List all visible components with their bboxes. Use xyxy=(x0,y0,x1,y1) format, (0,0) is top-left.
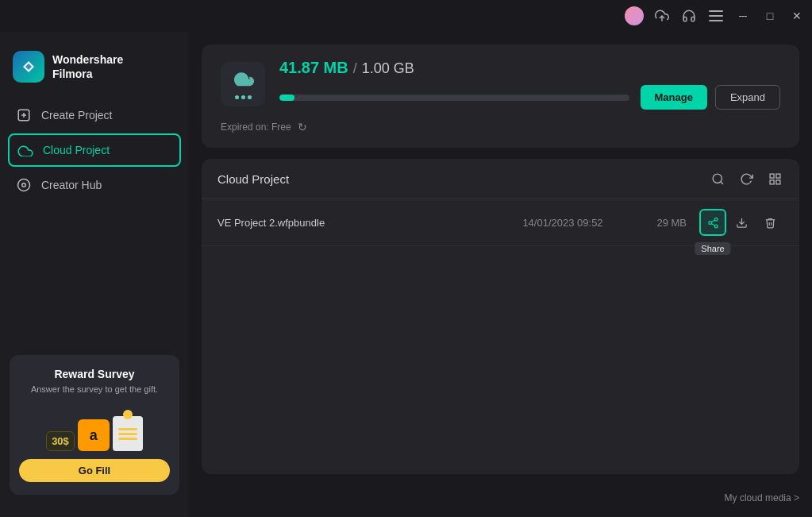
create-project-label: Create Project xyxy=(41,109,112,122)
headphone-icon[interactable] xyxy=(680,7,698,25)
cloud-project-icon xyxy=(17,142,33,158)
user-avatar[interactable] xyxy=(625,6,644,25)
cloud-storage-icon xyxy=(221,62,265,106)
svg-rect-3 xyxy=(709,20,723,21)
grid-view-icon[interactable] xyxy=(766,170,783,187)
cloud-project-label: Cloud Project xyxy=(43,144,110,156)
project-date: 14/01/2023 09:52 xyxy=(499,217,626,229)
storage-used: 41.87 MB xyxy=(279,59,348,77)
title-bar: ─ □ ✕ xyxy=(0,0,812,32)
download-button[interactable] xyxy=(728,209,755,236)
svg-line-18 xyxy=(711,223,714,225)
refresh-icon[interactable]: ↻ xyxy=(298,121,307,133)
sidebar-bottom: Reward Survey Answer the survey to get t… xyxy=(0,345,189,504)
brand-logo xyxy=(13,51,44,83)
main-content: 41.87 MB / 1.00 GB Manage Expand xyxy=(189,32,812,517)
cloud-icon xyxy=(231,70,255,92)
upload-icon[interactable] xyxy=(653,7,671,25)
reward-description: Answer the survey to get the gift. xyxy=(19,384,170,395)
content-footer: My cloud media > xyxy=(202,485,799,504)
svg-point-17 xyxy=(714,225,718,228)
delete-button[interactable] xyxy=(756,209,783,236)
projects-section: Cloud Project VE Project 2.wfpbundle xyxy=(202,159,799,474)
projects-header: Cloud Project xyxy=(202,159,799,199)
storage-footer: Expired on: Free ↻ xyxy=(221,121,780,133)
storage-info: 41.87 MB / 1.00 GB Manage Expand xyxy=(279,59,780,110)
reward-title: Reward Survey xyxy=(19,368,170,380)
reward-card: Reward Survey Answer the survey to get t… xyxy=(10,355,179,495)
project-size: 29 MB xyxy=(639,217,687,229)
brand: WondershareFilmora xyxy=(0,44,189,98)
checklist-icon xyxy=(113,416,143,451)
reward-illustration: 30$ a xyxy=(19,403,170,451)
svg-point-9 xyxy=(713,174,722,183)
projects-list: VE Project 2.wfpbundle 14/01/2023 09:52 … xyxy=(202,199,799,474)
app-body: WondershareFilmora Create Project Cloud … xyxy=(0,32,812,517)
maximize-button[interactable]: □ xyxy=(761,7,779,25)
storage-bar-row: Manage Expand xyxy=(279,85,780,110)
cloud-icon-decoration xyxy=(235,95,252,99)
close-button[interactable]: ✕ xyxy=(788,7,806,25)
reward-amount: 30$ xyxy=(46,431,75,451)
projects-title: Cloud Project xyxy=(217,172,289,186)
storage-total: 1.00 GB xyxy=(362,60,414,77)
expand-button[interactable]: Expand xyxy=(715,85,780,110)
creator-hub-icon xyxy=(16,177,32,193)
share-button[interactable] xyxy=(699,209,726,236)
creator-hub-label: Creator Hub xyxy=(41,179,102,191)
amazon-icon: a xyxy=(78,419,110,451)
sidebar-item-create-project[interactable]: Create Project xyxy=(0,98,189,132)
svg-rect-2 xyxy=(709,15,723,17)
svg-line-10 xyxy=(720,181,722,183)
share-tooltip: Share xyxy=(695,242,730,255)
create-project-icon xyxy=(16,107,32,123)
brand-name: WondershareFilmora xyxy=(52,52,123,81)
storage-actions: Manage Expand xyxy=(641,85,781,110)
my-cloud-media-link[interactable]: My cloud media > xyxy=(725,492,799,503)
svg-line-19 xyxy=(711,220,714,222)
storage-bar-background xyxy=(279,95,629,101)
storage-card: 41.87 MB / 1.00 GB Manage Expand xyxy=(202,44,799,148)
svg-point-16 xyxy=(708,221,711,224)
sidebar-item-cloud-project[interactable]: Cloud Project xyxy=(8,133,181,167)
manage-button[interactable]: Manage xyxy=(641,85,707,110)
expired-label: Expired on: Free xyxy=(221,122,291,133)
share-tooltip-wrap: Share xyxy=(699,209,726,236)
refresh-projects-icon[interactable] xyxy=(737,170,755,187)
project-name: VE Project 2.wfpbundle xyxy=(217,217,487,229)
storage-separator: / xyxy=(353,60,357,77)
svg-point-15 xyxy=(714,218,718,221)
svg-rect-13 xyxy=(775,179,779,183)
svg-point-8 xyxy=(22,183,26,187)
svg-rect-11 xyxy=(770,174,774,178)
storage-sizes: 41.87 MB / 1.00 GB xyxy=(279,59,780,77)
go-fill-button[interactable]: Go Fill xyxy=(19,459,170,482)
svg-rect-14 xyxy=(770,179,774,183)
storage-bar-fill xyxy=(279,95,294,101)
svg-rect-1 xyxy=(709,10,723,12)
svg-point-7 xyxy=(18,179,30,191)
project-actions: Share xyxy=(699,209,783,236)
minimize-button[interactable]: ─ xyxy=(734,7,752,25)
table-row[interactable]: VE Project 2.wfpbundle 14/01/2023 09:52 … xyxy=(202,199,799,246)
sidebar: WondershareFilmora Create Project Cloud … xyxy=(0,32,189,517)
svg-rect-12 xyxy=(775,174,779,178)
menu-icon[interactable] xyxy=(707,7,725,25)
search-icon[interactable] xyxy=(709,170,726,187)
sidebar-item-creator-hub[interactable]: Creator Hub xyxy=(0,168,189,202)
storage-header: 41.87 MB / 1.00 GB Manage Expand xyxy=(221,59,780,110)
projects-tools xyxy=(709,170,783,187)
title-bar-controls: ─ □ ✕ xyxy=(625,6,806,25)
